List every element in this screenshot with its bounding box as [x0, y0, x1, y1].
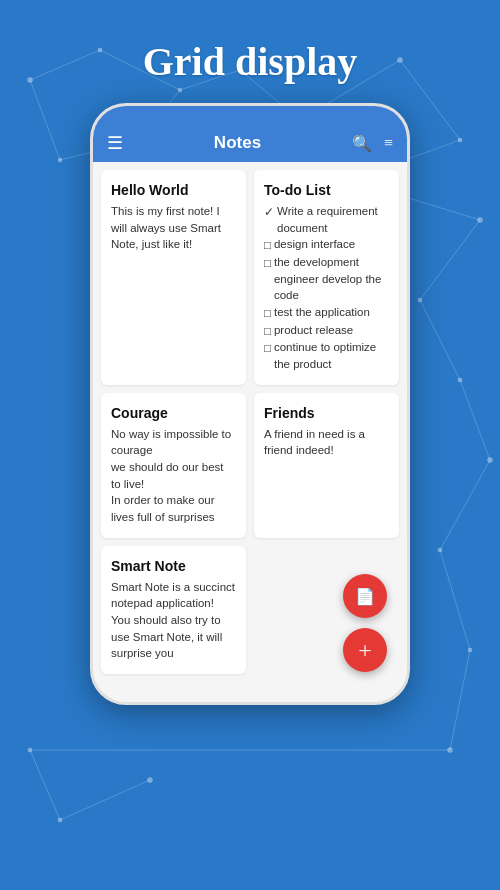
note-title: Hello World [111, 182, 236, 198]
check-icon: □ [264, 305, 271, 322]
add-note-button[interactable]: + [343, 628, 387, 672]
note-smart-note[interactable]: Smart Note Smart Note is a succinct note… [101, 546, 246, 674]
doc-icon: 📄 [355, 587, 375, 606]
note-title: Smart Note [111, 558, 236, 574]
app-bar-title: Notes [131, 133, 344, 153]
note-title: Friends [264, 405, 389, 421]
fab-area: 📄 + [343, 574, 387, 672]
note-friends[interactable]: Friends A friend in need is a friend ind… [254, 393, 399, 538]
note-title: To-do List [264, 182, 389, 198]
search-icon[interactable]: 🔍 [352, 134, 372, 153]
note-body: A friend in need is a friend indeed! [264, 426, 389, 459]
phone-frame: ☰ Notes 🔍 ≡ Hello World This is my first… [90, 103, 410, 705]
todo-text: Write a requirement document [277, 203, 389, 236]
new-note-doc-button[interactable]: 📄 [343, 574, 387, 618]
note-hello-world[interactable]: Hello World This is my first note! I wil… [101, 170, 246, 385]
todo-item-2: □ the development engineer develop the c… [264, 254, 389, 304]
todo-text: the development engineer develop the cod… [274, 254, 389, 304]
menu-icon[interactable]: ☰ [107, 132, 123, 154]
page-title: Grid display [0, 0, 500, 103]
plus-icon: + [358, 638, 372, 662]
check-icon: □ [264, 237, 271, 254]
phone-mockup: ☰ Notes 🔍 ≡ Hello World This is my first… [0, 103, 500, 705]
todo-text: product release [274, 322, 353, 339]
note-body: Smart Note is a succinct notepad applica… [111, 579, 236, 662]
note-title: Courage [111, 405, 236, 421]
todo-item-5: □ continue to optimize the product [264, 339, 389, 372]
check-icon: □ [264, 323, 271, 340]
status-bar [93, 106, 407, 124]
check-icon: □ [264, 255, 271, 272]
app-bar-actions: 🔍 ≡ [352, 134, 393, 153]
todo-item-4: □ product release [264, 322, 389, 340]
todo-text: design interface [274, 236, 355, 253]
phone-bottom [93, 682, 407, 702]
filter-icon[interactable]: ≡ [384, 134, 393, 153]
note-body: No way is impossible to courage we shoul… [111, 426, 236, 526]
todo-items: ✓ Write a requirement document □ design … [264, 203, 389, 373]
note-body: This is my first note! I will always use… [111, 203, 236, 253]
note-courage[interactable]: Courage No way is impossible to courage … [101, 393, 246, 538]
todo-item-3: □ test the application [264, 304, 389, 322]
todo-item-1: □ design interface [264, 236, 389, 254]
todo-text: test the application [274, 304, 370, 321]
note-todo-list[interactable]: To-do List ✓ Write a requirement documen… [254, 170, 399, 385]
todo-item-0: ✓ Write a requirement document [264, 203, 389, 236]
check-icon: □ [264, 340, 271, 357]
app-bar: ☰ Notes 🔍 ≡ [93, 124, 407, 162]
check-icon: ✓ [264, 204, 274, 221]
todo-text: continue to optimize the product [274, 339, 389, 372]
